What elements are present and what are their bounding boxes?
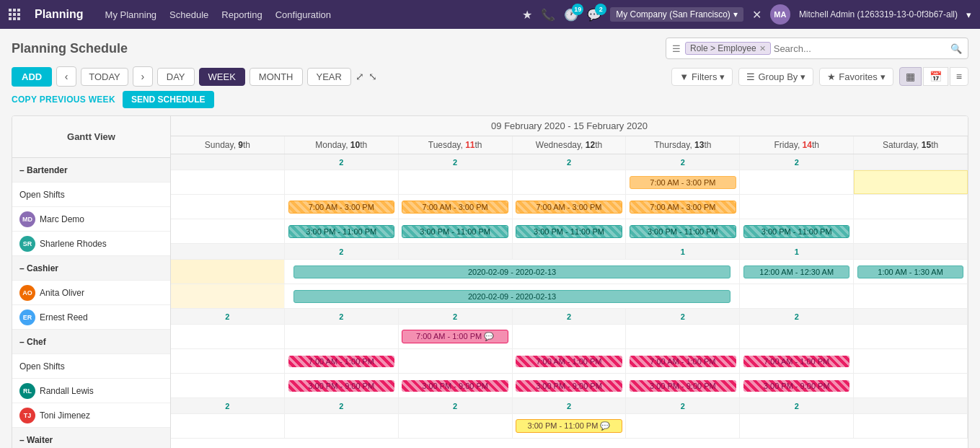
cell-randall-mon[interactable]: 7:00 AM - 1:00 PM	[285, 349, 399, 373]
user-name[interactable]: Mitchell Admin (1263319-13-0-0f3b67-all)	[799, 9, 958, 19]
cell-anita-span[interactable]: 2020-02-09 - 2020-02-13	[285, 260, 740, 284]
shift-randall-wed[interactable]: 7:00 AM - 1:00 PM	[516, 356, 622, 367]
row-randall-lewis[interactable]: RL Randall Lewis	[12, 379, 170, 403]
company-selector[interactable]: My Company (San Francisco) ▾	[610, 7, 743, 22]
cell-sharlene-fri[interactable]: 3:00 PM - 11:00 PM	[740, 219, 854, 243]
phone-icon[interactable]: 📞	[541, 8, 555, 22]
week-view-button[interactable]: WEEK	[199, 68, 245, 86]
filters-button[interactable]: ▼ Filters ▾	[671, 68, 733, 86]
cell-marc-mon[interactable]: 7:00 AM - 3:00 PM	[285, 195, 399, 219]
copy-previous-week-button[interactable]: COPY PREVIOUS WEEK	[12, 95, 115, 105]
group-header-cashier[interactable]: – Cashier	[12, 256, 170, 281]
cell-marc-tue[interactable]: 7:00 AM - 3:00 PM	[399, 195, 513, 219]
cell-sharlene-thu[interactable]: 3:00 PM - 11:00 PM	[626, 219, 740, 243]
shift-toni-fri[interactable]: 3:00 PM - 9:00 PM	[743, 380, 849, 392]
shift-randall-thu[interactable]: 7:00 AM - 1:00 PM	[630, 356, 736, 367]
row-ernest-reed[interactable]: ER Ernest Reed	[12, 305, 170, 330]
cell-randall-fri[interactable]: 7:00 AM - 1:00 PM	[740, 349, 854, 373]
nav-reporting[interactable]: Reporting	[221, 9, 262, 20]
shift-randall-mon[interactable]: 7:00 AM - 1:00 PM	[288, 356, 394, 367]
search-magnifier-icon[interactable]: 🔍	[950, 43, 962, 54]
shift-span-ernest[interactable]: 2020-02-09 - 2020-02-13	[293, 290, 730, 303]
search-tag-label: Role > Employee	[690, 43, 756, 53]
shift-block[interactable]: 7:00 AM - 3:00 PM	[630, 176, 736, 189]
shift-anita-fri[interactable]: 12:00 AM - 12:30 AM	[743, 265, 849, 278]
cell-sharlene-mon[interactable]: 3:00 PM - 11:00 PM	[285, 219, 399, 243]
shift-randall-fri[interactable]: 7:00 AM - 1:00 PM	[743, 356, 849, 367]
shift-toni-wed[interactable]: 3:00 PM - 9:00 PM	[516, 380, 622, 392]
group-header-waiter[interactable]: – Waiter	[12, 428, 170, 448]
row-sharlene-rhodes[interactable]: SR Sharlene Rhodes	[12, 232, 170, 256]
shift-block-sharlene-mon[interactable]: 3:00 PM - 11:00 PM	[288, 225, 394, 238]
close-icon[interactable]: ✕	[752, 8, 762, 22]
shift-block-sharlene-wed[interactable]: 3:00 PM - 11:00 PM	[516, 225, 622, 238]
shift-anita-sat[interactable]: 1:00 AM - 1:30 AM	[857, 265, 963, 278]
cell-sharlene-wed[interactable]: 3:00 PM - 11:00 PM	[513, 219, 627, 243]
app-grid-icon[interactable]	[9, 9, 20, 20]
search-input[interactable]	[774, 43, 948, 54]
shift-span-anita[interactable]: 2020-02-09 - 2020-02-13	[293, 265, 730, 278]
chat-icon[interactable]: 💬 2	[587, 8, 601, 22]
shift-block-marc-thu[interactable]: 7:00 AM - 3:00 PM	[630, 201, 736, 214]
cell-toni-fri[interactable]: 3:00 PM - 9:00 PM	[740, 374, 854, 398]
shift-block-marc-wed[interactable]: 7:00 AM - 3:00 PM	[516, 201, 622, 214]
shift-block-sharlene-fri[interactable]: 3:00 PM - 11:00 PM	[743, 225, 849, 238]
cell-toni-thu[interactable]: 3:00 PM - 9:00 PM	[626, 374, 740, 398]
nav-configuration[interactable]: Configuration	[275, 9, 331, 20]
add-button[interactable]: ADD	[12, 67, 52, 87]
cell-sharlene-tue[interactable]: 3:00 PM - 11:00 PM	[399, 219, 513, 243]
list-view-button[interactable]: ≡	[950, 67, 968, 86]
cell-anita-sat[interactable]: 1:00 AM - 1:30 AM	[854, 260, 968, 284]
cell-open-bartender-thu[interactable]: 7:00 AM - 3:00 PM	[626, 170, 740, 194]
cell-toni-mon[interactable]: 3:00 PM - 9:00 PM	[285, 374, 399, 398]
cell-randall-thu[interactable]: 7:00 AM - 1:00 PM	[626, 349, 740, 373]
cell-ernest-span[interactable]: 2020-02-09 - 2020-02-13	[285, 284, 740, 308]
row-marc-demo[interactable]: MD Marc Demo	[12, 207, 170, 232]
shift-toni-thu[interactable]: 3:00 PM - 9:00 PM	[630, 380, 736, 392]
shift-block-marc-mon[interactable]: 7:00 AM - 3:00 PM	[288, 201, 394, 214]
year-view-button[interactable]: YEAR	[307, 68, 351, 86]
user-avatar[interactable]: MA	[770, 4, 790, 25]
user-dropdown-icon[interactable]: ▾	[966, 9, 971, 20]
month-view-button[interactable]: MONTH	[250, 68, 303, 86]
cell-marc-wed[interactable]: 7:00 AM - 3:00 PM	[513, 195, 627, 219]
clock-icon[interactable]: 🕐 19	[564, 8, 578, 22]
favorites-button[interactable]: ★ Favorites ▾	[819, 68, 893, 86]
cell-chef-open-tue[interactable]: 7:00 AM - 1:00 PM 💬	[399, 325, 513, 348]
nav-my-planning[interactable]: My Planning	[105, 9, 157, 20]
cell-marc-thu[interactable]: 7:00 AM - 3:00 PM	[626, 195, 740, 219]
group-header-bartender[interactable]: – Bartender	[12, 158, 170, 183]
groupby-button[interactable]: ☰ Group By ▾	[738, 68, 813, 86]
star-icon[interactable]: ★	[522, 8, 532, 22]
shift-block-sharlene-tue[interactable]: 3:00 PM - 11:00 PM	[402, 225, 508, 238]
calendar-view-button[interactable]: 📅	[923, 67, 948, 86]
shift-abigail-wed[interactable]: 3:00 PM - 11:00 PM 💬	[516, 419, 622, 433]
row-anita-oliver[interactable]: AO Anita Oliver	[12, 281, 170, 305]
cell-toni-tue[interactable]: 3:00 PM - 9:00 PM	[399, 374, 513, 398]
open-shifts-bartender-row: 7:00 AM - 3:00 PM	[171, 170, 968, 195]
day-view-button[interactable]: DAY	[157, 68, 195, 86]
search-tag-role[interactable]: Role > Employee ✕	[685, 42, 771, 55]
shift-toni-mon[interactable]: 3:00 PM - 9:00 PM	[288, 380, 394, 392]
cell-abigail-wed[interactable]: 3:00 PM - 11:00 PM 💬	[513, 414, 627, 438]
cell-toni-wed[interactable]: 3:00 PM - 9:00 PM	[513, 374, 627, 398]
send-schedule-button[interactable]: SEND SCHEDULE	[123, 91, 214, 108]
shift-chef-open-tue[interactable]: 7:00 AM - 1:00 PM 💬	[402, 330, 508, 343]
search-tag-close[interactable]: ✕	[759, 44, 766, 53]
cell-open-bartender-sat	[854, 170, 968, 194]
shift-block-marc-tue[interactable]: 7:00 AM - 3:00 PM	[402, 201, 508, 214]
next-button[interactable]: ›	[133, 66, 153, 87]
collapse-icon[interactable]: ⤡	[368, 71, 377, 82]
nav-schedule[interactable]: Schedule	[169, 9, 208, 20]
shift-block-sharlene-thu[interactable]: 3:00 PM - 11:00 PM	[630, 225, 736, 238]
group-header-chef[interactable]: – Chef	[12, 330, 170, 354]
expand-icon[interactable]: ⤢	[356, 71, 364, 82]
shift-toni-tue[interactable]: 3:00 PM - 9:00 PM	[402, 380, 508, 392]
cell-anita-fri[interactable]: 12:00 AM - 12:30 AM	[740, 260, 854, 284]
grid-view-button[interactable]: ▦	[899, 67, 922, 86]
today-button[interactable]: TODAY	[81, 68, 128, 86]
bartender-count-mon: 2	[285, 154, 399, 170]
cell-randall-wed[interactable]: 7:00 AM - 1:00 PM	[513, 349, 627, 373]
prev-button[interactable]: ‹	[56, 66, 76, 87]
row-toni-jimenez[interactable]: TJ Toni Jimenez	[12, 403, 170, 428]
